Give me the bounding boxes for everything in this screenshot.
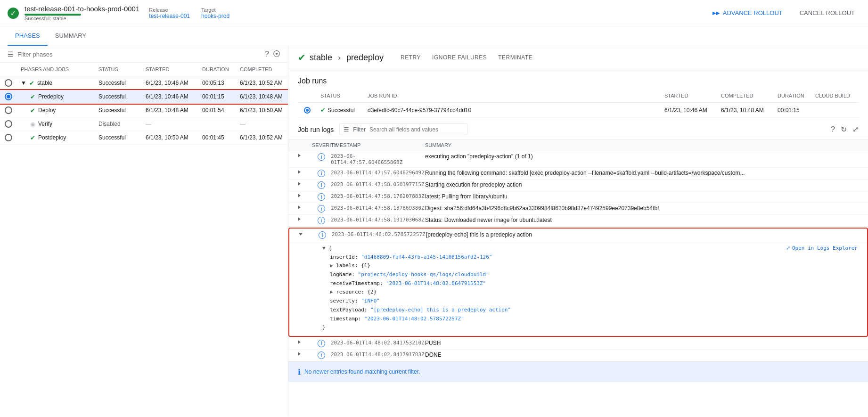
release-link[interactable]: test-release-001 [149, 13, 190, 19]
tab-phases[interactable]: PHASES [8, 26, 48, 46]
terminate-button[interactable]: TERMINATE [496, 52, 534, 63]
table-row[interactable]: ▼ ✔ stable Successful 6/1/23, 10:46 AM 0… [0, 76, 288, 90]
release-meta-group: Release test-release-001 [149, 7, 190, 19]
log-detail-field: logName: "projects/deploy-hooks-qs/logs/… [322, 270, 858, 279]
log-search-input[interactable] [369, 126, 464, 133]
log-expand-btn[interactable] [298, 217, 312, 222]
log-row: i 2023-06-01T14:47:58.191703068Z Status:… [288, 215, 868, 227]
jth-radio [298, 93, 317, 98]
phase-name-cell: ✔ Deploy [26, 107, 95, 114]
info-icon: i [318, 217, 325, 224]
phase-name: ✔ Postdeploy [30, 134, 91, 141]
log-expand-btn[interactable] [298, 352, 312, 357]
log-row: i 2023-06-01T14:47:58.187869380Z Digest:… [288, 203, 868, 215]
disabled-check-icon: ◉ [30, 121, 35, 128]
log-th-severity: SEVERITY [312, 142, 331, 148]
phase-title: ✔ stable › predeploy [298, 52, 384, 63]
log-refresh-icon[interactable]: ↻ [841, 125, 847, 134]
sub-expand-icon: ▶ [330, 289, 333, 295]
tab-summary[interactable]: SUMMARY [48, 26, 94, 46]
log-severity-cell: i [312, 340, 331, 347]
open-logs-text[interactable]: Open in Logs Explorer [792, 244, 858, 253]
log-expand-btn[interactable] [298, 193, 312, 198]
phase-name-cell: ◉ Verify [26, 121, 95, 128]
log-expand-btn[interactable] [298, 170, 312, 175]
field-key: receiveTimestamp: [330, 280, 386, 286]
log-expand-btn[interactable] [298, 181, 312, 187]
breadcrumb-arrow: › [338, 53, 341, 63]
started-cell: 6/1/23, 10:50 AM [142, 134, 198, 141]
ignore-failures-button[interactable]: IGNORE FAILURES [430, 52, 489, 63]
log-external-icon[interactable]: ⤢ [852, 125, 859, 134]
job-status-cell: ✔ Successful [317, 106, 364, 114]
success-check-icon: ✔ [30, 93, 35, 100]
sub-expand-icon: ▶ [330, 262, 333, 269]
started-cell: 6/1/23, 10:46 AM [142, 80, 198, 86]
log-expand-btn[interactable] [298, 205, 312, 210]
th-phases: Phases and Jobs [17, 66, 95, 72]
columns-icon[interactable]: ⦿ [273, 50, 280, 58]
table-row[interactable]: ✔ Postdeploy Successful 6/1/23, 10:50 AM… [0, 131, 288, 145]
log-header: Job run logs ☰ Filter ? ↻ ⤢ [288, 118, 868, 139]
log-detail-field: receiveTimestamp: "2023-06-01T14:48:02.8… [322, 279, 858, 288]
field-value: "INFO" [361, 298, 380, 304]
job-runs-table: Status Job run ID Started Completed Dura… [288, 89, 868, 118]
phase-label: Predeploy [38, 93, 64, 100]
log-detail-field: ▶ labels: {1} [322, 262, 858, 270]
jth-duration: Duration [774, 93, 811, 98]
jth-jobrunid: Job run ID [364, 93, 661, 98]
jth-status: Status [317, 93, 364, 98]
release-info: test-release-001-to-hooks-prod-0001 Succ… [25, 5, 139, 21]
log-expand-btn[interactable] [298, 153, 312, 158]
job-status-label: Successful [328, 107, 355, 114]
field-key: insertId: [330, 254, 361, 260]
job-started-cell: 6/1/23, 10:46 AM [661, 107, 717, 114]
status-text: Successful: stable [25, 16, 139, 21]
log-row: i 2023-06-01T14:48:02.841791783Z DONE [288, 350, 868, 361]
log-summary: DONE [425, 352, 859, 358]
log-expand-btn[interactable] [298, 340, 312, 345]
job-row[interactable]: ✔ Successful d3efedfc-60c7-44ce-9579-377… [298, 103, 859, 118]
completed-cell: 6/1/23, 10:50 AM [236, 107, 288, 114]
open-logs-label[interactable]: ⤢ Open in Logs Explorer [786, 244, 858, 253]
retry-button[interactable]: RETRY [399, 52, 423, 63]
table-row[interactable]: ◉ Verify Disabled — — [0, 117, 288, 131]
radio-empty [5, 106, 12, 114]
filter-input[interactable] [17, 51, 261, 58]
radio-cell [0, 93, 17, 100]
th-radio [0, 66, 17, 72]
phase-name: ✔ Predeploy [30, 93, 91, 100]
log-expand-btn[interactable] [299, 231, 313, 237]
log-severity-cell: i [312, 153, 331, 161]
log-severity-cell: i [312, 217, 331, 224]
table-row[interactable]: ✔ Deploy Successful 6/1/23, 10:48 AM 00:… [0, 104, 288, 117]
target-link[interactable]: hooks-prod [201, 13, 229, 19]
phase-job-label: predeploy [346, 53, 384, 63]
log-summary: executing action "predeploy-action" (1 o… [425, 153, 859, 160]
log-timestamp: 2023-06-01T14:47:58.176207883Z [331, 193, 425, 199]
log-row: i 2023-06-01T14:47:58.176207883Z latest:… [288, 191, 868, 203]
release-label: Release [149, 7, 190, 13]
radio-empty [5, 134, 12, 141]
phase-label: Deploy [38, 107, 56, 114]
duration-cell: 00:05:13 [198, 80, 236, 86]
advance-rollout-button[interactable]: ▶▶ ADVANCE ROLLOUT [707, 7, 788, 19]
field-value: "projects/deploy-hooks-qs/logs/cloudbuil… [358, 271, 489, 278]
log-help-icon[interactable]: ? [831, 125, 835, 134]
job-radio-filled [304, 107, 311, 114]
log-detail-field: severity: "INFO" [322, 297, 858, 306]
open-in-logs-link[interactable]: ⤢ Open in Logs Explorer [786, 244, 858, 253]
radio-filled [5, 93, 12, 100]
log-title: Job run logs [298, 126, 334, 133]
log-timestamp: 2023-06-01T14:48:02.841791783Z [331, 352, 425, 358]
log-severity-cell: i [312, 181, 331, 189]
log-row-expanded: i 2023-06-01T14:48:02.578572257Z [predep… [289, 229, 867, 242]
cancel-rollout-button[interactable]: CANCEL ROLLOUT [794, 7, 860, 19]
no-entries-info-icon: ℹ [298, 368, 301, 376]
table-row[interactable]: ✔ Predeploy Successful 6/1/23, 10:46 AM … [0, 90, 288, 104]
status-cell: Disabled [95, 121, 142, 127]
release-meta: Release test-release-001 Target hooks-pr… [149, 7, 229, 19]
log-actions: ? ↻ ⤢ [831, 125, 859, 134]
log-timestamp: 2023-06-01T14:48:02.841753210Z [331, 340, 425, 346]
help-icon[interactable]: ? [265, 50, 269, 58]
